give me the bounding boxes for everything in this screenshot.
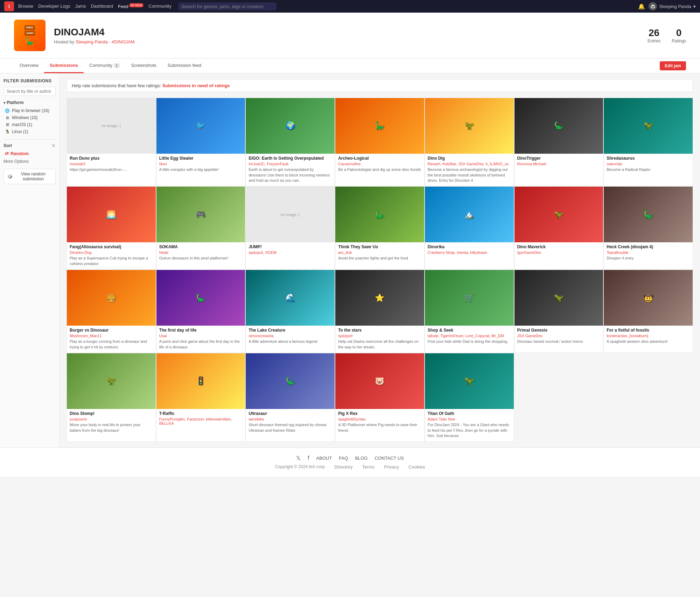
platform-windows[interactable]: ⊞ Windows (10): [4, 114, 56, 121]
game-card[interactable]: 🦖 Titan Of Gath Adam Tyler Noe For DinoJ…: [425, 353, 514, 442]
tab-overview[interactable]: Overview: [14, 58, 44, 73]
game-card[interactable]: 🦕 Archeo-Logical Causemufins Be a Paleon…: [335, 98, 425, 186]
game-card[interactable]: 🦕 Think They Sawr Us ani_dub Avoid the p…: [335, 186, 425, 270]
game-card[interactable]: 🌅 Fang(Allosaurus survival) Dimetro-Dog …: [66, 186, 156, 270]
user-menu[interactable]: 🐼 Sleeping Panda ▾: [649, 2, 696, 11]
notifications-bell[interactable]: 🔔: [638, 3, 645, 10]
thumbnail-art: 🦖: [67, 353, 156, 409]
game-card[interactable]: 🦖 Shredasaurus owennlpr Become a Radical…: [603, 98, 693, 186]
footer-directory[interactable]: Directory: [334, 464, 352, 470]
nav-dashboard[interactable]: Dashboard: [91, 4, 113, 9]
jam-tag-link[interactable]: #DINOJAM: [112, 39, 135, 44]
view-random-button[interactable]: 🎲 View random submission: [4, 169, 56, 184]
game-author: IgorGameDev: [517, 250, 601, 255]
nav-developer-logs[interactable]: Developer Logs: [38, 4, 70, 9]
sidebar-platform-toggle[interactable]: ▾ Platform: [4, 100, 56, 105]
game-author: mossab3: [70, 162, 153, 166]
game-author: ani_dub: [338, 250, 421, 255]
jam-header: DINO JAM4 🦕 DINOJAM4 Hosted by Sleeping …: [0, 13, 700, 58]
tab-community[interactable]: Community 1: [84, 58, 125, 73]
game-thumbnail: no image :(: [67, 98, 156, 154]
game-card[interactable]: no image :( JUMP! spdzpzd, XGEM: [245, 186, 335, 270]
search-input[interactable]: [178, 2, 276, 11]
game-card[interactable]: 🐷 Pig X Rex spaghettiSyntax A 3D Platfor…: [335, 353, 425, 442]
game-card[interactable]: 🚦 T-Raffic FunnyPumpkin, Factorizer, kit…: [156, 353, 246, 442]
game-card[interactable]: 🌊 The Lake Creature simonecravela A litt…: [245, 270, 335, 353]
game-description: A little oviraptor with a big appetite!: [159, 167, 243, 172]
game-card[interactable]: ⭐ To the stars spdzpzd Help cat Dasha ov…: [335, 270, 425, 353]
game-card[interactable]: 🎮 SOKAMA Netal Outrun dinosaurs in this …: [156, 186, 246, 270]
ratings-link[interactable]: Submissions in need of ratings: [162, 83, 230, 88]
footer-blog[interactable]: BLOG: [355, 456, 368, 461]
platform-linux[interactable]: 🐧 Linux (1): [4, 128, 56, 135]
game-title: For a fistful of fossils: [607, 328, 690, 333]
game-card[interactable]: 🦖 Dino Dig Ranarh, Kalzlbar, JSX GameDev…: [425, 98, 514, 186]
twitter-icon[interactable]: 𝕏: [296, 455, 301, 461]
game-thumbnail: 🐦: [156, 98, 245, 154]
tab-submissions[interactable]: Submissions: [44, 58, 84, 73]
game-card[interactable]: 🦖 Dino Maverick IgorGameDev: [514, 186, 604, 270]
nav-links: Browse Developer Logs Jams Dashboard Fee…: [18, 4, 172, 9]
game-card[interactable]: 🍔 Burger vs Dinosaur Mushroom_Man11 Play…: [66, 270, 156, 353]
nav-jams[interactable]: Jams: [75, 4, 86, 9]
game-grid: no image :( Run Duno plus mossab3 https:…: [66, 98, 693, 442]
site-logo[interactable]: i: [4, 1, 14, 11]
site-footer: 𝕏 f ABOUT FAQ BLOG CONTACT US Copyright …: [0, 447, 700, 477]
nav-feed[interactable]: Feed99 NEW: [118, 4, 144, 9]
more-options[interactable]: More Options: [4, 159, 56, 164]
game-card[interactable]: 🦕 Heck Creek (dinojam 4) Tepuiltrouble D…: [603, 186, 693, 270]
game-description: Play as a burger running from a dinosaur…: [70, 339, 153, 350]
game-title: Pig X Rex: [338, 411, 421, 417]
edit-jam-button[interactable]: Edit jam: [660, 61, 686, 70]
game-card[interactable]: 🤠 For a fistful of fossils tcinteractive…: [603, 270, 693, 353]
footer-contact[interactable]: CONTACT US: [375, 456, 404, 461]
game-card[interactable]: 🦖 Primal Genesis JSX GameDev Dinosaur ba…: [514, 270, 604, 353]
thumbnail-art: 🌊: [246, 270, 335, 326]
thumbnail-art: 🌍: [246, 98, 335, 154]
game-info: T-Raffic FunnyPumpkin, Factorizer, kitte…: [156, 409, 245, 430]
nav-community[interactable]: Community: [148, 4, 172, 9]
game-info: DinoTrigger Roronoa Michael: [514, 154, 603, 170]
game-info: Dinorika Cranberry Ninja, shesta, billyd…: [425, 242, 514, 259]
tab-screenshots[interactable]: Screenshots: [126, 58, 162, 73]
game-card[interactable]: 🌍 EIGO: Earth Is Getting Overpopulated I…: [245, 98, 335, 186]
game-author: spdzpzd, XGEM: [248, 250, 332, 255]
jam-host-link[interactable]: Sleeping Panda: [76, 39, 108, 44]
game-thumbnail: 🦖: [604, 98, 693, 154]
tab-submission-feed[interactable]: Submission feed: [162, 58, 207, 73]
footer-privacy[interactable]: Privacy: [384, 464, 399, 470]
game-card[interactable]: 🦖 Dino Stomp! yuripourre Move your body …: [66, 353, 156, 442]
game-thumbnail: 🚦: [156, 353, 245, 409]
game-thumbnail: ⭐: [335, 270, 424, 326]
game-description: https://gd.games/mossab3/run--...: [70, 167, 153, 172]
thumbnail-art: 🦖: [514, 270, 603, 326]
footer-links: 𝕏 f ABOUT FAQ BLOG CONTACT US: [14, 455, 686, 461]
sidebar-search-input[interactable]: [4, 87, 56, 96]
game-card[interactable]: 🦕 DinoTrigger Roronoa Michael: [514, 98, 604, 186]
entries-stat: 26 Entries: [648, 27, 660, 43]
sidebar-divider: [4, 139, 56, 140]
footer-faq[interactable]: FAQ: [339, 456, 348, 461]
nav-browse[interactable]: Browse: [18, 4, 33, 9]
footer-cookies[interactable]: Cookies: [408, 464, 425, 470]
game-thumbnail: 🌅: [67, 187, 156, 242]
game-card[interactable]: no image :( Run Duno plus mossab3 https:…: [66, 98, 156, 186]
game-title: Titan Of Gath: [428, 411, 511, 417]
game-description: Play as a Supersaurus Cub trying to esca…: [70, 256, 153, 266]
facebook-icon[interactable]: f: [308, 455, 309, 461]
game-card[interactable]: 🦕 Ultrasaur werebike Short dinosaur them…: [245, 353, 335, 442]
game-info: Think They Sawr Us ani_dub Avoid the poa…: [335, 242, 424, 264]
game-author: spaghettiSyntax: [338, 417, 421, 421]
platform-browser[interactable]: 🌐 Play in browser (16): [4, 107, 56, 114]
sort-clear-button[interactable]: ✕: [51, 143, 56, 148]
jam-title: DINOJAM4: [54, 27, 639, 38]
game-card[interactable]: 🦕 The first day of life Usai A point and…: [156, 270, 246, 353]
footer-terms[interactable]: Terms: [362, 464, 374, 470]
game-card[interactable]: 🛒 Shop & Seek tafode, TigerImFeuer, Lord…: [425, 270, 514, 353]
footer-about[interactable]: ABOUT: [316, 456, 332, 461]
game-card[interactable]: 🏔️ Dinorika Cranberry Ninja, shesta, bil…: [425, 186, 514, 270]
sort-random-option[interactable]: ⇄ Random: [4, 150, 56, 157]
game-info: Pig X Rex spaghettiSyntax A 3D Platforme…: [335, 409, 424, 436]
game-card[interactable]: 🐦 Little Egg Stealer Novi A little ovira…: [156, 98, 246, 186]
platform-macos[interactable]: ⌘ macOS (1): [4, 121, 56, 128]
